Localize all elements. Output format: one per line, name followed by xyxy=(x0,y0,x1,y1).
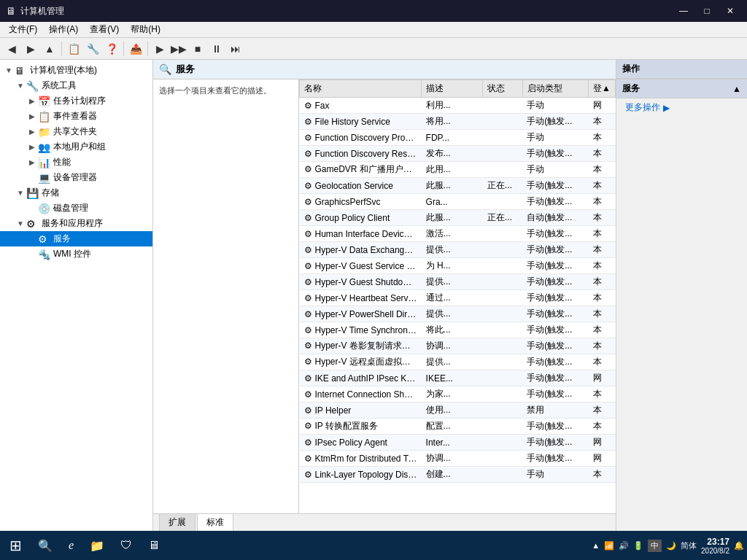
table-row[interactable]: ⚙Hyper-V Time Synchroniz...将此...手动(触发...… xyxy=(300,322,616,338)
expander-root[interactable]: ▼ xyxy=(3,65,15,77)
tray-up-arrow[interactable]: ▲ xyxy=(592,541,600,550)
service-startup: 手动 xyxy=(522,130,588,146)
expander-system-tools[interactable]: ▼ xyxy=(15,80,26,92)
back-button[interactable]: ◀ xyxy=(3,40,20,58)
expander-shared-folders[interactable]: ▶ xyxy=(26,126,38,138)
expander-task-scheduler[interactable]: ▶ xyxy=(26,96,38,107)
tab-expand[interactable]: 扩展 xyxy=(159,513,196,531)
table-row[interactable]: ⚙Hyper-V Heartbeat Service通过...手动(触发...本 xyxy=(300,290,616,306)
service-name: GraphicsPerfSvc xyxy=(315,197,381,207)
service-logon: 网 xyxy=(589,451,616,467)
pc-taskbar-button[interactable]: 🖥 xyxy=(142,532,166,559)
play-all-button[interactable]: ▶▶ xyxy=(170,40,187,58)
play-button[interactable]: ▶ xyxy=(151,40,169,58)
edge-button[interactable]: e xyxy=(62,532,80,559)
table-row[interactable]: ⚙Fax利用...手动网 xyxy=(300,98,616,114)
tree-item-services[interactable]: ⚙ 服务 xyxy=(0,231,152,246)
table-row[interactable]: ⚙Hyper-V Guest Service In...为 H...手动(触发.… xyxy=(300,258,616,274)
table-row[interactable]: ⚙Human Interface Device ...激活...手动(触发...… xyxy=(300,226,616,242)
services-table-container[interactable]: 名称 描述 状态 启动类型 登▲ ⚙Fax利用...手动网⚙File Histo… xyxy=(299,79,616,513)
col-header-status[interactable]: 状态 xyxy=(483,80,522,98)
service-logon: 本 xyxy=(589,467,616,483)
tree-item-services-apps[interactable]: ▼ ⚙ 服务和应用程序 xyxy=(0,216,152,231)
export-button[interactable]: 📤 xyxy=(127,40,144,58)
clock-display[interactable]: 23:17 2020/8/2 xyxy=(701,537,729,555)
expander-services-apps[interactable]: ▼ xyxy=(15,218,26,230)
service-startup: 禁用 xyxy=(522,402,588,419)
table-row[interactable]: ⚙Group Policy Client此服...正在...自动(触发...本 xyxy=(300,210,616,226)
expander-storage[interactable]: ▼ xyxy=(15,187,26,199)
tree-item-task-scheduler[interactable]: ▶ 📅 任务计划程序 xyxy=(0,93,152,109)
help-button[interactable]: ❓ xyxy=(103,40,120,58)
col-header-startup[interactable]: 启动类型 xyxy=(522,80,588,98)
tree-item-performance[interactable]: ▶ 📊 性能 xyxy=(0,155,152,170)
col-header-desc[interactable]: 描述 xyxy=(422,80,483,98)
security-button[interactable]: 🛡 xyxy=(114,532,139,559)
table-row[interactable]: ⚙Geolocation Service此服...正在...手动(触发...本 xyxy=(300,178,616,194)
table-row[interactable]: ⚙IPsec Policy AgentInter...手动(触发...网 xyxy=(300,435,616,451)
start-button[interactable]: ⊞ xyxy=(3,532,28,559)
close-button[interactable]: ✕ xyxy=(719,0,741,22)
table-row[interactable]: ⚙KtmRm for Distributed Tr...协调...手动(触发..… xyxy=(300,451,616,467)
notification-icon[interactable]: 🔔 xyxy=(734,541,744,551)
tree-item-shared-folders[interactable]: ▶ 📁 共享文件夹 xyxy=(0,124,152,139)
tree-item-system-tools[interactable]: ▼ 🔧 系统工具 xyxy=(0,78,152,93)
service-name: Hyper-V Time Synchroniz... xyxy=(315,325,422,335)
toolbar: ◀ ▶ ▲ 📋 🔧 ❓ 📤 ▶ ▶▶ ■ ⏸ ⏭ xyxy=(0,38,747,60)
pause-button[interactable]: ⏸ xyxy=(208,40,225,58)
service-gear-icon: ⚙ xyxy=(304,293,312,303)
tree-item-event-viewer[interactable]: ▶ 📋 事件查看器 xyxy=(0,109,152,124)
table-row[interactable]: ⚙Hyper-V Data Exchange ...提供...手动(触发...本 xyxy=(300,242,616,258)
table-row[interactable]: ⚙IP 转换配置服务配置...手动(触发...本 xyxy=(300,419,616,435)
table-row[interactable]: ⚙GraphicsPerfSvcGra...手动(触发...本 xyxy=(300,194,616,210)
service-logon: 本 xyxy=(589,322,616,338)
table-row[interactable]: ⚙Hyper-V 卷影复制请求程序协调...手动(触发...本 xyxy=(300,338,616,354)
menu-help[interactable]: 帮助(H) xyxy=(125,22,166,37)
table-row[interactable]: ⚙Link-Layer Topology Disc...创建...手动本 xyxy=(300,467,616,483)
service-logon: 本 xyxy=(589,274,616,290)
expander-local-users[interactable]: ▶ xyxy=(26,141,38,153)
menu-action[interactable]: 操作(A) xyxy=(43,22,84,37)
service-status xyxy=(483,451,522,467)
table-row[interactable]: ⚙Function Discovery Provi...FDP...手动本 xyxy=(300,130,616,146)
tree-item-wmi[interactable]: 🔩 WMI 控件 xyxy=(0,246,152,262)
service-name: Function Discovery Reso... xyxy=(315,149,419,159)
more-actions-button[interactable]: 更多操作 ▶ xyxy=(616,98,747,117)
search-taskbar-button[interactable]: 🔍 xyxy=(31,532,59,559)
menu-file[interactable]: 文件(F) xyxy=(3,22,43,37)
table-row[interactable]: ⚙Internet Connection Shari...为家...手动(触发.… xyxy=(300,386,616,402)
table-row[interactable]: ⚙IKE and AuthIP IPsec Key...IKEE...手动(触发… xyxy=(300,370,616,386)
table-row[interactable]: ⚙GameDVR 和广播用户服务...此用...手动本 xyxy=(300,162,616,178)
up-button[interactable]: ▲ xyxy=(41,40,58,58)
stop-button[interactable]: ■ xyxy=(189,40,206,58)
tab-standard[interactable]: 标准 xyxy=(197,513,233,531)
properties-button[interactable]: 🔧 xyxy=(84,40,101,58)
service-desc: FDP... xyxy=(422,130,483,146)
show-hide-tree[interactable]: 📋 xyxy=(65,40,82,58)
menu-view[interactable]: 查看(V) xyxy=(84,22,125,37)
table-row[interactable]: ⚙Function Discovery Reso...发布...手动(触发...… xyxy=(300,146,616,162)
col-header-name[interactable]: 名称 xyxy=(300,80,422,98)
table-row[interactable]: ⚙File History Service将用...手动(触发...本 xyxy=(300,114,616,130)
table-row[interactable]: ⚙Hyper-V PowerShell Dire...提供...手动(触发...… xyxy=(300,306,616,322)
col-header-logon[interactable]: 登▲ xyxy=(589,80,616,98)
expander-event-viewer[interactable]: ▶ xyxy=(26,111,38,122)
tree-item-device-manager[interactable]: 💻 设备管理器 xyxy=(0,170,152,185)
input-method-label[interactable]: 中 xyxy=(648,540,662,552)
expander-performance[interactable]: ▶ xyxy=(26,157,38,168)
table-row[interactable]: ⚙Hyper-V Guest Shutdown...提供...手动(触发...本 xyxy=(300,274,616,290)
tree-item-local-users[interactable]: ▶ 👥 本地用户和组 xyxy=(0,139,152,155)
forward-button[interactable]: ▶ xyxy=(22,40,39,58)
service-name: Function Discovery Provi... xyxy=(315,133,419,143)
table-row[interactable]: ⚙IP Helper使用...禁用本 xyxy=(300,402,616,419)
service-gear-icon: ⚙ xyxy=(304,117,312,127)
tree-item-root[interactable]: ▼ 🖥 计算机管理(本地) xyxy=(0,63,152,78)
tree-item-disk-management[interactable]: 💿 磁盘管理 xyxy=(0,201,152,216)
minimize-button[interactable]: — xyxy=(673,0,694,22)
step-button[interactable]: ⏭ xyxy=(227,40,244,58)
explorer-button[interactable]: 📁 xyxy=(83,532,111,559)
maximize-button[interactable]: □ xyxy=(696,0,718,22)
service-name: Group Policy Client xyxy=(315,213,390,223)
tree-item-storage[interactable]: ▼ 💾 存储 xyxy=(0,185,152,201)
table-row[interactable]: ⚙Hyper-V 远程桌面虚拟化...提供...手动(触发...本 xyxy=(300,354,616,370)
